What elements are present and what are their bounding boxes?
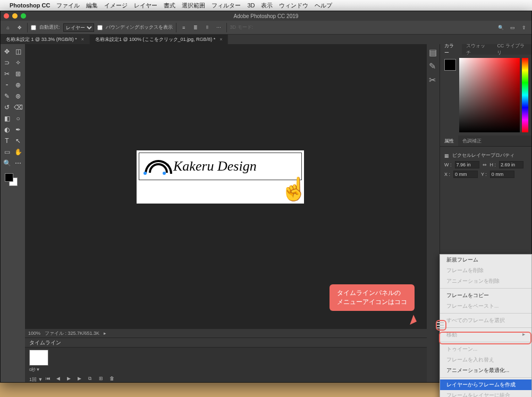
app-name[interactable]: Photoshop CC: [10, 2, 50, 9]
path-tool-icon[interactable]: ↖: [13, 136, 23, 146]
tween-icon[interactable]: ⧉: [88, 376, 96, 383]
first-frame-icon[interactable]: ⏮: [46, 376, 53, 383]
menu-edit[interactable]: 編集: [86, 2, 98, 10]
hand-tool-icon[interactable]: ✋: [13, 147, 23, 157]
crop-panel-icon[interactable]: ✂: [429, 75, 437, 83]
gradient-tool-icon[interactable]: ◧: [2, 113, 12, 124]
zoom-icon[interactable]: [21, 13, 26, 19]
doc-tab-1[interactable]: 名称未設定 1 @ 33.3% (RGB/8) * ×: [1, 35, 90, 44]
doc-tab-2[interactable]: 名称未設定1 @ 100% (ここをクリック_01.jpg, RGB/8) * …: [90, 35, 228, 44]
layer-select[interactable]: レイヤー: [63, 23, 94, 32]
fg-color-swatch[interactable]: [5, 173, 13, 182]
menu-item: フレームをペースト...: [440, 301, 531, 311]
close-icon[interactable]: [4, 13, 9, 19]
history-panel-icon[interactable]: ▤: [429, 47, 437, 56]
next-frame-icon[interactable]: ▶: [78, 376, 85, 383]
eyedropper-tool-icon[interactable]: ⁃: [2, 80, 12, 90]
color-picker[interactable]: [440, 55, 531, 136]
traffic-lights[interactable]: [4, 13, 26, 19]
color-field[interactable]: [459, 58, 520, 132]
x-input[interactable]: [453, 171, 478, 178]
prev-frame-icon[interactable]: ◀: [56, 376, 64, 383]
shape-tool-icon[interactable]: ▭: [2, 147, 12, 157]
distribute-icon[interactable]: ⋯: [215, 23, 223, 32]
height-input[interactable]: [499, 161, 523, 168]
status-caret-icon[interactable]: ▸: [104, 331, 106, 336]
zoom-level[interactable]: 100%: [28, 331, 40, 336]
menu-type[interactable]: 書式: [164, 2, 175, 10]
loop-select[interactable]: 1回 ▼: [29, 376, 43, 383]
heal-tool-icon[interactable]: ⊕: [13, 80, 23, 90]
tab-properties[interactable]: 属性: [440, 136, 458, 146]
menu-item[interactable]: レイヤーからフレームを作成: [440, 379, 531, 390]
menu-item[interactable]: 新規フレーム: [440, 255, 531, 265]
play-icon[interactable]: ▶: [67, 376, 74, 383]
auto-select-checkbox[interactable]: [31, 25, 36, 30]
crop-tool-icon[interactable]: ✂: [2, 69, 12, 79]
menu-layer[interactable]: レイヤー: [134, 2, 157, 10]
artboard: Kakeru Design: [137, 150, 304, 204]
frame-thumbnail[interactable]: [29, 350, 48, 366]
zoom-tool-icon[interactable]: 🔍: [2, 158, 12, 168]
tab-color[interactable]: カラー: [440, 44, 462, 55]
frame-delay[interactable]: 0秒▼: [29, 367, 48, 373]
more-tools-icon[interactable]: ⋯: [13, 158, 23, 168]
type-tool-icon[interactable]: T: [2, 136, 12, 146]
menu-image[interactable]: イメージ: [104, 2, 128, 10]
tab-swatches[interactable]: スウォッチ: [462, 44, 493, 55]
link-icon[interactable]: ⇔: [483, 162, 487, 167]
timeline-menu-icon[interactable]: [436, 322, 444, 328]
share-icon[interactable]: ⇪: [520, 23, 528, 32]
pixel-layer-icon: ▦: [444, 153, 449, 158]
menu-view[interactable]: 表示: [261, 2, 273, 10]
tab-adjustments[interactable]: 色調補正: [458, 136, 486, 146]
search-icon[interactable]: 🔍: [496, 23, 505, 32]
menu-window[interactable]: ウィンドウ: [279, 2, 308, 10]
stamp-tool-icon[interactable]: ⊛: [13, 91, 23, 102]
prop-title: ピクセルレイヤープロパティ: [452, 152, 514, 159]
frame-tool-icon[interactable]: ⊞: [13, 69, 23, 79]
auto-select-label: 自動選択:: [39, 24, 60, 31]
pen-tool-icon[interactable]: ✒: [13, 124, 23, 135]
marquee-tool-icon[interactable]: ◫: [13, 46, 23, 57]
menu-item: アニメーションを削除: [440, 276, 531, 286]
brush-tool-icon[interactable]: ✎: [2, 91, 12, 102]
wand-tool-icon[interactable]: ✧: [13, 57, 23, 68]
menu-item[interactable]: アニメーションを最適化...: [440, 365, 531, 376]
menu-3d[interactable]: 3D: [247, 2, 255, 9]
y-input[interactable]: [490, 171, 514, 178]
bbox-checkbox[interactable]: [97, 25, 103, 30]
dodge-tool-icon[interactable]: ◐: [2, 124, 12, 135]
menu-item[interactable]: フレームをコピー: [440, 290, 531, 301]
move-tool-icon[interactable]: ✥: [2, 46, 12, 57]
close-icon[interactable]: ×: [219, 37, 222, 42]
eraser-tool-icon[interactable]: ⌫: [13, 102, 23, 113]
close-icon[interactable]: ×: [81, 37, 84, 42]
move-tool-icon[interactable]: ✥: [15, 23, 24, 32]
menu-select[interactable]: 選択範囲: [182, 2, 205, 10]
menu-help[interactable]: ヘルプ: [315, 2, 332, 10]
align-icon-3[interactable]: ⫴: [203, 23, 212, 32]
pointer-hand-icon: ☝: [280, 176, 308, 202]
menu-file[interactable]: ファイル: [56, 2, 80, 10]
trash-icon[interactable]: 🗑: [109, 376, 117, 383]
callout-line1: タイムラインパネルの: [337, 289, 401, 297]
fg-color-swatch[interactable]: [444, 59, 456, 71]
color-swatches[interactable]: [2, 172, 24, 188]
blur-tool-icon[interactable]: ○: [13, 113, 23, 124]
width-input[interactable]: [455, 161, 479, 168]
workspace-icon[interactable]: ▭: [508, 23, 517, 32]
lasso-tool-icon[interactable]: ⊃: [2, 57, 12, 68]
menu-filter[interactable]: フィルター: [212, 2, 241, 10]
hue-slider[interactable]: [522, 58, 528, 132]
new-frame-icon[interactable]: ⊞: [99, 376, 106, 383]
mac-menubar: Photoshop CC ファイル 編集 イメージ レイヤー 書式 選択範囲 フ…: [0, 0, 532, 11]
align-icon-2[interactable]: ≣: [191, 23, 200, 32]
align-icon[interactable]: ≡: [180, 23, 188, 32]
history-brush-icon[interactable]: ↺: [2, 102, 12, 113]
minimize-icon[interactable]: [12, 13, 18, 19]
tab-cc-libraries[interactable]: CC ライブラリ: [493, 44, 531, 55]
brush-panel-icon[interactable]: ✎: [429, 61, 437, 70]
home-icon[interactable]: ⌂: [4, 23, 12, 32]
collapsed-panels-strip: ▤ ✎ ✂: [427, 44, 440, 382]
